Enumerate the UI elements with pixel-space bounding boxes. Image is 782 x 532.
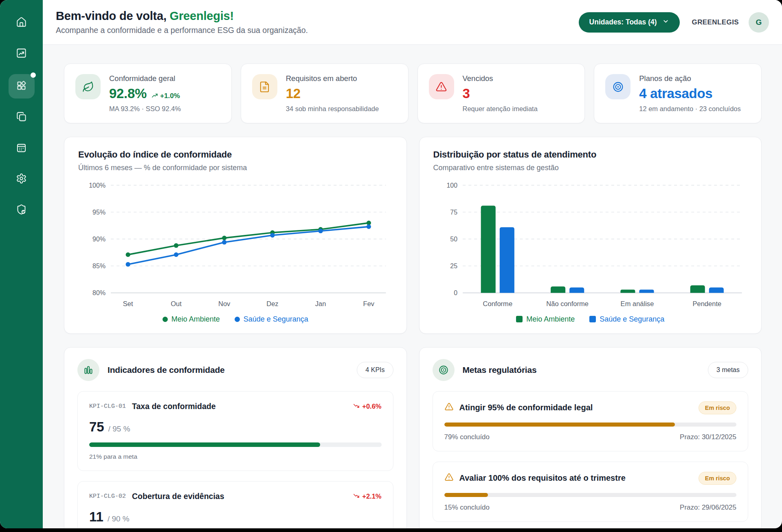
svg-text:85%: 85% bbox=[92, 262, 105, 269]
trend-down-icon bbox=[353, 403, 360, 410]
stat-value: 3 bbox=[463, 86, 470, 101]
kpi-code: KPI-CLG-02 bbox=[89, 493, 126, 500]
svg-text:Dez: Dez bbox=[266, 300, 278, 308]
stat-trend: +1.0% bbox=[152, 92, 180, 100]
svg-text:80%: 80% bbox=[92, 289, 105, 296]
alert-triangle-icon bbox=[444, 402, 454, 413]
svg-text:90%: 90% bbox=[92, 235, 105, 243]
svg-text:Fev: Fev bbox=[363, 300, 375, 308]
kpi-value: 11 bbox=[89, 509, 103, 525]
kpi-value: 75 bbox=[89, 419, 104, 435]
goal-progress-label: 79% concluído bbox=[444, 433, 490, 441]
svg-text:95%: 95% bbox=[92, 208, 105, 216]
svg-text:100%: 100% bbox=[89, 182, 105, 189]
svg-text:75: 75 bbox=[450, 208, 457, 216]
document-icon bbox=[252, 74, 277, 99]
goal-deadline: Prazo: 30/12/2025 bbox=[680, 433, 736, 441]
stat-detail: 34 sob minha responsabilidade bbox=[286, 105, 379, 113]
alert-triangle-icon bbox=[429, 74, 454, 99]
goal-name: Avaliar 100% dos requisitos até o trimes… bbox=[459, 473, 626, 483]
stat-label: Requisitos em aberto bbox=[286, 74, 379, 83]
gear-icon bbox=[16, 173, 27, 186]
kpi-card-taxa-conformidade: KPI-CLG-01 Taxa de conformidade +0.6% 75… bbox=[77, 391, 393, 471]
sidebar-item-analytics[interactable] bbox=[10, 43, 33, 64]
svg-text:Jan: Jan bbox=[315, 300, 326, 308]
sidebar-item-compliance[interactable] bbox=[10, 199, 33, 221]
stat-cards-row: Conformidade geral 92.8% +1.0% MA 93.2% … bbox=[64, 63, 762, 123]
trend-up-icon bbox=[152, 92, 158, 100]
kpi-trend: +0.6% bbox=[353, 403, 381, 410]
legend-label: Meio Ambiente bbox=[526, 315, 575, 324]
goal-deadline: Prazo: 29/06/2025 bbox=[680, 504, 736, 512]
layers-icon bbox=[16, 111, 27, 124]
legend-label: Meio Ambiente bbox=[171, 315, 220, 324]
sidebar-item-settings[interactable] bbox=[10, 169, 33, 190]
legend-label: Saúde e Segurança bbox=[600, 315, 664, 324]
sidebar-item-modules[interactable] bbox=[10, 107, 33, 128]
svg-text:Não conforme: Não conforme bbox=[546, 300, 589, 308]
page-title: Bem-vindo de volta, Greenlegis! bbox=[56, 9, 308, 23]
page-subtitle: Acompanhe a conformidade e a performance… bbox=[56, 26, 308, 35]
kpi-target: / 90 % bbox=[108, 514, 130, 523]
topbar: Bem-vindo de volta, Greenlegis! Acompanh… bbox=[43, 0, 782, 45]
kpi-target: / 95 % bbox=[108, 425, 130, 433]
goals-count-badge: 3 metas bbox=[708, 362, 748, 378]
svg-text:Conforme: Conforme bbox=[483, 300, 512, 308]
line-chart-legend: Meio Ambiente Saúde e Segurança bbox=[78, 315, 393, 324]
line-chart-subtitle: Últimos 6 meses — % de conformidade por … bbox=[78, 164, 393, 172]
dashboard-icon bbox=[16, 80, 27, 93]
kpi-progress-fill bbox=[89, 442, 320, 447]
sidebar-item-dashboard[interactable] bbox=[9, 74, 35, 99]
kpi-name: Taxa de conformidade bbox=[132, 402, 216, 411]
stat-value: 12 bbox=[286, 86, 301, 101]
stat-label: Vencidos bbox=[463, 74, 538, 83]
legend-square-saude-seguranca bbox=[589, 316, 596, 322]
chevron-down-icon bbox=[662, 18, 669, 27]
svg-text:Out: Out bbox=[171, 300, 182, 308]
kpi-code: KPI-CLG-01 bbox=[89, 403, 126, 410]
sidebar-item-home[interactable] bbox=[10, 12, 33, 33]
stat-detail: Requer atenção imediata bbox=[463, 105, 538, 113]
kpi-progress-track bbox=[89, 442, 382, 447]
stat-detail: 12 em andamento · 23 concluídos bbox=[639, 105, 741, 113]
kpi-panel-title: Indicadores de conformidade bbox=[108, 365, 225, 375]
goals-panel-title: Metas regulatórias bbox=[463, 365, 537, 375]
svg-text:Em análise: Em análise bbox=[620, 300, 654, 308]
goals-panel: Metas regulatórias 3 metas Atingir 95% d… bbox=[419, 347, 762, 528]
analytics-icon bbox=[16, 48, 27, 60]
goal-progress-fill bbox=[444, 493, 488, 497]
target-icon bbox=[605, 74, 630, 99]
units-filter-button[interactable]: Unidades: Todas (4) bbox=[579, 12, 680, 33]
page-title-highlight: Greenlegis! bbox=[170, 9, 234, 22]
stat-value: 92.8% bbox=[109, 86, 147, 101]
stat-label: Planos de ação bbox=[639, 74, 741, 83]
sidebar bbox=[0, 0, 43, 528]
svg-text:0: 0 bbox=[454, 289, 457, 296]
line-chart: 100%95%90%85%80%SetOutNovDezJanFev bbox=[78, 178, 393, 313]
goal-card-conformidade-legal: Atingir 95% de conformidade legal Em ris… bbox=[433, 391, 749, 451]
svg-text:100: 100 bbox=[446, 182, 457, 189]
sidebar-item-calendar[interactable] bbox=[10, 138, 33, 159]
risk-badge: Em risco bbox=[699, 472, 736, 485]
kpi-name: Cobertura de evidências bbox=[132, 492, 224, 501]
kpi-card-cobertura-evidencias: KPI-CLG-02 Cobertura de evidências +2.1%… bbox=[77, 481, 393, 528]
avatar[interactable]: G bbox=[749, 12, 769, 33]
svg-text:Pendente: Pendente bbox=[692, 300, 721, 308]
dashboard-screen: Bem-vindo de volta, Greenlegis! Acompanh… bbox=[0, 0, 782, 528]
line-chart-panel: Evolução do índice de conformidade Últim… bbox=[64, 137, 407, 334]
legend-label: Saúde e Segurança bbox=[244, 315, 308, 324]
stat-card-planos: Planos de ação 4 atrasados 12 em andamen… bbox=[594, 63, 762, 123]
goal-progress-fill bbox=[444, 423, 675, 427]
goal-name: Atingir 95% de conformidade legal bbox=[459, 403, 593, 412]
stat-label: Conformidade geral bbox=[109, 74, 181, 83]
svg-text:Nov: Nov bbox=[218, 300, 231, 308]
goal-progress-label: 15% concluído bbox=[444, 504, 490, 512]
svg-text:50: 50 bbox=[450, 235, 457, 243]
notification-dot bbox=[31, 72, 36, 78]
shield-check-icon bbox=[16, 204, 27, 217]
bar-chart-icon bbox=[77, 359, 99, 381]
legend-dot-saude-seguranca bbox=[235, 317, 240, 322]
kpi-trend: +2.1% bbox=[353, 493, 381, 500]
trend-down-icon bbox=[353, 493, 360, 500]
home-icon bbox=[16, 17, 27, 29]
